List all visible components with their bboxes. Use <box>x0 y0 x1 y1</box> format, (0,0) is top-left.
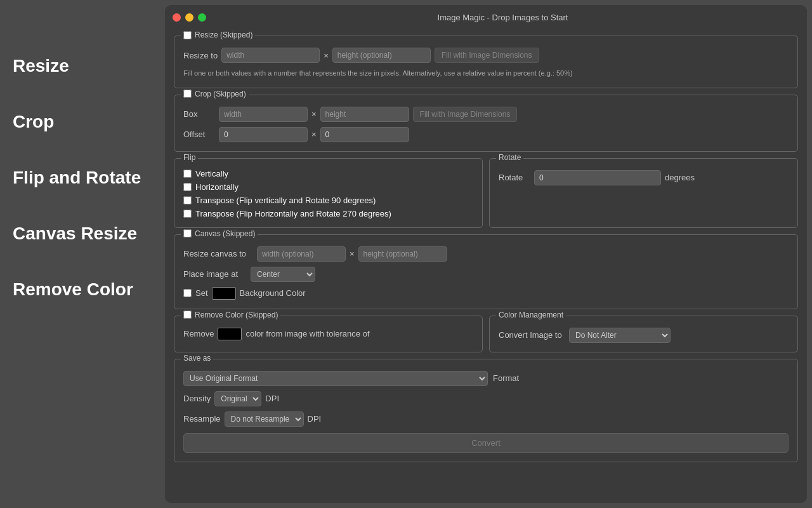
crop-offset-row: Offset × <box>183 127 789 142</box>
color-convert-select[interactable]: Do Not Alter sRGB Adobe RGB CMYK <box>569 328 671 343</box>
traffic-lights <box>173 13 206 22</box>
resize-x-separator: × <box>324 51 329 60</box>
format-select[interactable]: Use Original Format JPEG PNG GIF WEBP TI… <box>183 371 488 386</box>
flip-transpose1-checkbox[interactable] <box>183 196 192 204</box>
density-select[interactable]: Original 72 96 150 300 <box>214 391 261 406</box>
canvas-height-input[interactable] <box>358 246 447 262</box>
remove-color-enabled-checkbox[interactable] <box>183 311 192 319</box>
crop-section: Crop (Skipped) Box × Fill with Image Dim… <box>174 95 798 152</box>
rotate-row: Rotate degrees <box>499 170 789 185</box>
flip-vertically-row: Vertically <box>183 169 473 178</box>
flip-rotate-row: Flip Vertically Horizontally Transpose (… <box>174 158 798 228</box>
resize-fill-btn[interactable]: Fill with Image Dimensions <box>435 48 539 63</box>
crop-offset-y-input[interactable] <box>320 127 409 142</box>
resample-row: Resample Do not Resample Lanczos Mitchel… <box>183 411 789 427</box>
resample-label: Resample <box>183 414 221 424</box>
resize-width-input[interactable] <box>221 48 320 63</box>
resize-hint: Fill one or both values with a number th… <box>183 68 789 79</box>
crop-width-input[interactable] <box>219 107 308 122</box>
resample-dpi-label: DPI <box>308 414 322 424</box>
flip-section: Flip Vertically Horizontally Transpose (… <box>174 158 483 228</box>
sidebar-item-flip-rotate[interactable]: Flip and Rotate <box>6 150 159 206</box>
canvas-bg-label: Background Color <box>240 288 306 298</box>
color-mgmt-legend: Color Management <box>496 311 566 319</box>
maximize-button[interactable] <box>198 13 206 22</box>
crop-box-label: Box <box>183 109 215 119</box>
color-management-section: Color Management Convert Image to Do Not… <box>489 316 798 352</box>
crop-box-row: Box × Fill with Image Dimensions <box>183 107 789 122</box>
canvas-place-select[interactable]: Center Top Left Top Right Bottom Left Bo… <box>251 267 315 282</box>
window-title: Image Magic - Drop Images to Start <box>206 13 799 22</box>
sidebar: Resize Crop Flip and Rotate Canvas Resiz… <box>0 0 165 508</box>
content-area: Resize (Skipped) Resize to × Fill with I… <box>165 29 807 503</box>
remove-color-mgmt-row: Remove Color (Skipped) Remove color from… <box>174 316 798 352</box>
flip-transpose2-label: Transpose (Flip Horizontally and Rotate … <box>195 209 391 218</box>
format-row: Use Original Format JPEG PNG GIF WEBP TI… <box>183 371 789 386</box>
crop-x-separator: × <box>311 109 317 119</box>
canvas-x-sep: × <box>350 249 355 258</box>
flip-transpose1-label: Transpose (Flip vertically and Rotate 90… <box>195 196 376 205</box>
resample-select[interactable]: Do not Resample Lanczos Mitchell Catmull… <box>225 411 304 427</box>
remove-tolerance-label: color from image with tolerance of <box>246 329 369 338</box>
sidebar-item-canvas-resize[interactable]: Canvas Resize <box>6 206 159 262</box>
sidebar-item-resize[interactable]: Resize <box>6 38 159 94</box>
flip-horizontally-checkbox[interactable] <box>183 183 192 191</box>
canvas-resize-label: Resize canvas to <box>183 249 253 258</box>
crop-fill-btn[interactable]: Fill with Image Dimensions <box>413 107 518 122</box>
crop-legend: Crop (Skipped) <box>181 90 249 98</box>
resize-enabled-checkbox[interactable] <box>183 31 192 39</box>
rotate-legend: Rotate <box>496 153 523 162</box>
flip-transpose1-row: Transpose (Flip vertically and Rotate 90… <box>183 196 473 205</box>
flip-horizontally-label: Horizontally <box>195 182 239 192</box>
rotate-section: Rotate Rotate degrees <box>489 158 798 228</box>
remove-color-row: Remove color from image with tolerance o… <box>183 328 473 340</box>
flip-transpose2-row: Transpose (Flip Horizontally and Rotate … <box>183 209 473 218</box>
flip-vertically-label: Vertically <box>195 169 228 178</box>
density-dpi-label: DPI <box>265 394 279 403</box>
resize-height-input[interactable] <box>332 48 431 63</box>
crop-enabled-checkbox[interactable] <box>183 90 192 98</box>
sidebar-item-remove-color[interactable]: Remove Color <box>6 262 159 318</box>
save-as-legend: Save as <box>181 354 213 363</box>
remove-color-swatch[interactable] <box>218 328 242 340</box>
flip-horizontally-row: Horizontally <box>183 182 473 192</box>
crop-offset-label: Offset <box>183 130 215 139</box>
rotate-value-input[interactable] <box>534 170 661 185</box>
canvas-legend: Canvas (Skipped) <box>181 229 258 238</box>
flip-vertically-checkbox[interactable] <box>183 170 192 178</box>
canvas-resize-row: Resize canvas to × <box>183 246 789 262</box>
remove-color-legend: Remove Color (Skipped) <box>181 311 280 319</box>
remove-label: Remove <box>183 329 214 338</box>
sidebar-item-crop[interactable]: Crop <box>6 94 159 150</box>
crop-height-input[interactable] <box>320 107 409 122</box>
resize-legend: Resize (Skipped) <box>181 30 255 39</box>
main-window: Image Magic - Drop Images to Start Resiz… <box>165 5 807 503</box>
canvas-width-input[interactable] <box>257 246 346 262</box>
flip-legend: Flip <box>181 153 198 162</box>
canvas-set-bg-checkbox[interactable] <box>183 289 192 297</box>
minimize-button[interactable] <box>185 13 193 22</box>
rotate-degrees-label: degrees <box>665 173 695 182</box>
canvas-section: Canvas (Skipped) Resize canvas to × Plac… <box>174 234 798 309</box>
density-label: Density <box>183 394 211 403</box>
canvas-bg-color-swatch[interactable] <box>212 287 236 300</box>
convert-label: Convert Image to <box>499 330 565 340</box>
flip-transpose2-checkbox[interactable] <box>183 210 192 218</box>
color-mgmt-row: Convert Image to Do Not Alter sRGB Adobe… <box>499 328 789 343</box>
canvas-enabled-checkbox[interactable] <box>183 229 192 237</box>
resize-row: Resize to × Fill with Image Dimensions <box>183 48 789 63</box>
convert-button: Convert <box>183 433 789 453</box>
crop-offset-x-input[interactable] <box>219 127 308 142</box>
canvas-place-row: Place image at Center Top Left Top Right… <box>183 267 789 282</box>
density-row: Density Original 72 96 150 300 DPI <box>183 391 789 406</box>
format-label: Format <box>493 373 519 383</box>
canvas-bg-row: Set Background Color <box>183 287 789 300</box>
resize-section: Resize (Skipped) Resize to × Fill with I… <box>174 36 798 88</box>
save-as-section: Save as Use Original Format JPEG PNG GIF… <box>174 359 798 462</box>
titlebar: Image Magic - Drop Images to Start <box>165 5 807 29</box>
crop-offset-x-sep: × <box>311 130 317 139</box>
close-button[interactable] <box>173 13 181 22</box>
canvas-set-label: Set <box>195 288 208 298</box>
remove-color-section: Remove Color (Skipped) Remove color from… <box>174 316 483 352</box>
resize-to-label: Resize to <box>183 51 218 60</box>
